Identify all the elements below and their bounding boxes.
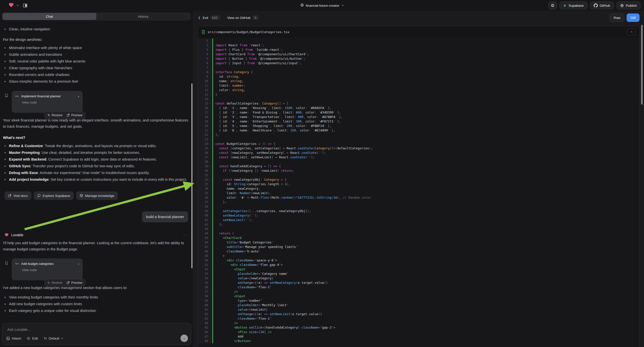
- diff-toggle-button[interactable]: Diff: [626, 14, 640, 22]
- fold-chevron-icon[interactable]: ›: [208, 164, 211, 168]
- image-icon: [6, 336, 10, 340]
- list-item: Clean typography with clear hierarchies: [2, 65, 191, 72]
- collapse-file-button[interactable]: ›: [627, 28, 636, 36]
- code-line: 36 color: '#' + Math.floor(Math.random()…: [198, 196, 639, 200]
- supabase-button[interactable]: Supabase: [559, 2, 588, 10]
- globe-icon: [300, 3, 304, 8]
- code-line: 65 <Button onClick={handleAddCategory} c…: [198, 325, 639, 330]
- code-line: 49 >: [198, 254, 639, 258]
- code-line: 22];: [198, 133, 639, 137]
- code-line: 55 onChange={(e) => setNewCategory(e.tar…: [198, 280, 639, 285]
- settings-gear-button[interactable]: ⚙: [548, 2, 557, 10]
- github-button[interactable]: GitHub: [590, 2, 614, 10]
- edit-card-add-budget-categories[interactable]: <> Add budget categories › View code ↻Re…: [12, 258, 83, 280]
- code-line: 5import { Button } from '@/components/ui…: [198, 56, 639, 61]
- fold-chevron-icon[interactable]: ›: [208, 142, 211, 146]
- line-number: 65: [198, 325, 212, 330]
- line-number: 26: [198, 150, 212, 155]
- code-line: 39 setCategories([...categories, newCate…: [198, 209, 639, 213]
- line-number: 5: [198, 56, 212, 61]
- send-button[interactable]: ↑: [180, 334, 188, 342]
- code-line: 57 />: [198, 290, 639, 294]
- line-number: 59: [198, 298, 212, 303]
- edit-card-row: <> Implement financial planner › View co…: [2, 91, 191, 113]
- list-item: Add project knowledge: Set key context o…: [2, 176, 191, 183]
- line-number: 56: [198, 285, 212, 290]
- restore-button[interactable]: ↻Restore: [48, 113, 62, 117]
- model-default-dropdown[interactable]: Default: [44, 336, 64, 340]
- code-line: 15›const defaultCategories: Category[] =…: [198, 101, 639, 106]
- publish-button[interactable]: Publish: [616, 2, 640, 10]
- line-number: 14: [198, 97, 212, 101]
- line-number: 29›: [198, 164, 212, 168]
- manage-knowledge-button[interactable]: Manage knowledge: [76, 192, 118, 200]
- edit-mode-button[interactable]: Edit: [27, 336, 38, 340]
- code-line: 23: [198, 137, 639, 142]
- code-scrollbar-thumb[interactable]: [641, 25, 643, 104]
- line-number: 57: [198, 290, 212, 294]
- code-line: 12 color: string;: [198, 88, 639, 92]
- added-features-list: View existing budget categories with the…: [2, 294, 191, 314]
- code-line: 46 title="Budget Categories": [198, 240, 639, 245]
- view-code-link[interactable]: View code: [22, 100, 79, 104]
- message-more-menu[interactable]: ···: [183, 233, 191, 237]
- line-number: 33: [198, 182, 212, 186]
- code-line: 64 />: [198, 321, 639, 325]
- line-number: 20: [198, 124, 212, 128]
- line-number: 47: [198, 245, 212, 249]
- code-line: 60 placeholder="Monthly limit": [198, 303, 639, 308]
- line-number: 2: [198, 43, 212, 48]
- exit-button[interactable]: Exit ESC: [198, 16, 220, 20]
- explore-supabase-button[interactable]: Explore Supabase: [34, 192, 74, 200]
- fold-chevron-icon[interactable]: ›: [208, 70, 211, 74]
- restore-icon: ↻: [48, 113, 50, 117]
- tab-history[interactable]: History: [96, 13, 190, 20]
- line-number: 34: [198, 186, 212, 191]
- bookmark-icon[interactable]: [4, 93, 8, 98]
- g-kbd-badge: G: [253, 16, 258, 20]
- code-editor[interactable]: 12import React from 'react';3import { Pl…: [198, 38, 639, 347]
- bookmark-icon[interactable]: [4, 261, 8, 266]
- attach-button[interactable]: Attach: [6, 336, 21, 340]
- line-number: 49: [198, 254, 212, 258]
- prompt-input-box[interactable]: Attach Edit Default ↑: [2, 323, 191, 345]
- line-number: 7: [198, 66, 212, 70]
- diff-file-card: src/components/budget/BudgetCategories.t…: [198, 26, 640, 347]
- bullet-dot: [4, 74, 6, 76]
- line-number: 8›: [198, 70, 212, 74]
- chat-scrollbar-thumb[interactable]: [192, 84, 192, 268]
- view-on-github-button[interactable]: View on GitHub G: [227, 16, 258, 20]
- code-line: 37 };: [198, 200, 639, 204]
- line-number: 18: [198, 115, 212, 119]
- raw-toggle-button[interactable]: Raw: [610, 14, 624, 22]
- chat-scrollback[interactable]: Clean, intuitive navigation For the desi…: [0, 22, 194, 322]
- visit-docs-button[interactable]: Visit docs: [4, 192, 31, 200]
- line-number: 51: [198, 262, 212, 267]
- fold-chevron-icon[interactable]: ›: [208, 178, 211, 182]
- edit-card-implement-financial-planner[interactable]: <> Implement financial planner › View co…: [12, 91, 83, 113]
- chevron-right-icon: ›: [78, 94, 79, 98]
- assistant-name: Lovable: [11, 233, 24, 237]
- restore-button[interactable]: ↻Restore: [48, 281, 62, 284]
- view-code-link[interactable]: View code: [22, 268, 79, 272]
- tab-chat[interactable]: Chat: [2, 13, 96, 20]
- line-number: 24›: [198, 142, 212, 146]
- ask-lovable-input[interactable]: [7, 326, 186, 332]
- bullet-dot: [4, 172, 6, 174]
- list-item: Refine & Customize: Tweak the design, an…: [2, 143, 191, 149]
- restore-icon: ↻: [48, 281, 50, 284]
- file-path-bar[interactable]: src/components/budget/BudgetCategories.t…: [198, 26, 639, 38]
- preview-button[interactable]: Preview: [66, 281, 82, 284]
- sidebar-toggle-button[interactable]: [22, 2, 29, 9]
- preview-button[interactable]: Preview: [66, 114, 82, 117]
- lovable-heart-icon[interactable]: [8, 2, 14, 9]
- line-number: 50: [198, 258, 212, 262]
- list-item: Master Prompting: Use clear, detailed, a…: [2, 149, 191, 156]
- code-line: 26 const [newCategory, setNewCategory] =…: [198, 150, 639, 155]
- line-number: 30: [198, 168, 212, 173]
- workspace-chevron-down-icon[interactable]: [16, 3, 19, 8]
- fold-chevron-icon[interactable]: ›: [208, 101, 211, 106]
- sliders-icon: [44, 336, 47, 340]
- project-switcher[interactable]: financial-future-creator: [300, 0, 344, 11]
- list-item: Add new budget categories with custom li…: [2, 301, 191, 308]
